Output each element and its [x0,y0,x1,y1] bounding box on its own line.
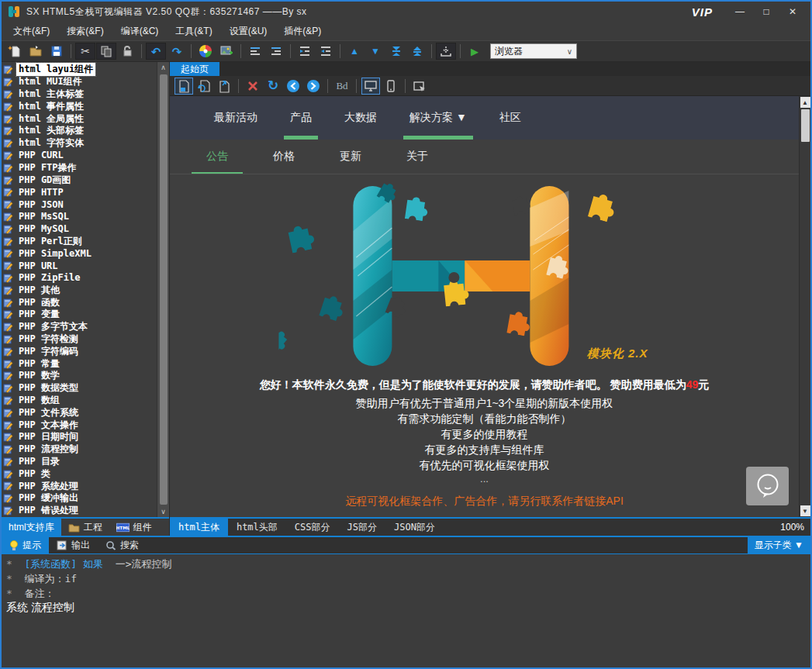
indent-icon[interactable] [295,43,315,60]
run-target-select[interactable]: 浏览器 ∨ [490,43,577,59]
sidebar-list-item[interactable]: PHP 字符编码 [3,345,157,357]
sidebar-list-item[interactable]: PHP MySQL [3,222,157,235]
cut-icon[interactable]: ✂ [75,43,95,60]
save-icon[interactable] [47,43,67,60]
page-reload-icon[interactable] [195,78,213,95]
sidebar-list-item[interactable]: PHP 错误处理 [3,505,157,517]
preview-scrollbar[interactable]: ▲ ▼ [799,96,810,517]
nav-latest-activity[interactable]: 最新活动 [198,96,274,140]
menu-file[interactable]: 文件(&F) [5,22,58,40]
subtab-about[interactable]: 关于 [384,140,451,174]
menu-search[interactable]: 搜索(&F) [58,22,112,40]
sidebar-scrollbar[interactable]: ∧ ∨ [157,62,169,517]
sidebar-list-item[interactable]: PHP MsSQL [3,211,157,223]
align-left-icon[interactable] [245,43,265,60]
tab-start-page[interactable]: 起始页 [170,62,219,76]
sidebar-list-item[interactable]: PHP GD画图 [3,174,157,186]
baidu-button[interactable]: Bd [333,78,351,95]
align-right-icon[interactable] [266,43,286,60]
move-up-icon[interactable]: ▲ [344,43,365,60]
page-export-icon[interactable] [215,78,233,95]
scroll-down-icon[interactable]: ∨ [161,506,166,517]
inspect-element-icon[interactable] [410,78,429,95]
sidebar-list-item[interactable]: PHP ZipFile [3,272,157,284]
scroll-up-icon[interactable]: ∧ [161,62,166,73]
tab-html-head[interactable]: html头部 [228,519,286,536]
show-subclass-button[interactable]: 显示子类 ▼ [748,537,810,553]
sidebar-list-item[interactable]: html 字符实体 [3,137,157,150]
tab-components[interactable]: HTML 组件 [109,519,159,536]
run-icon[interactable]: ▶ [465,43,485,60]
sidebar-list-item[interactable]: PHP JSON [3,198,157,211]
sidebar-list-item[interactable]: html 事件属性 [3,100,157,112]
minimize-button[interactable]: — [730,6,750,17]
sidebar-list-item[interactable]: PHP 日期时间 [3,431,157,443]
nav-community[interactable]: 社区 [483,96,537,140]
collapse-bottom-icon[interactable] [407,43,427,60]
maximize-button[interactable]: □ [756,6,776,17]
insert-image-icon[interactable] [216,43,237,60]
mobile-view-icon[interactable] [382,78,400,95]
sidebar-list-item[interactable]: PHP 常量 [3,357,157,370]
menu-compile[interactable]: 编译(&C) [112,22,168,40]
sidebar-list-item[interactable]: PHP 字符检测 [3,333,157,346]
tab-search[interactable]: 搜索 [98,537,147,553]
sidebar-list-item[interactable]: PHP 变量 [3,309,157,321]
subtab-updates[interactable]: 更新 [317,140,384,174]
nav-solutions[interactable]: 解决方案 ▼ [393,96,483,140]
sidebar-list-item[interactable]: PHP HTTP [3,186,157,198]
tab-html-support-lib[interactable]: html支持库 [2,519,61,536]
tab-js[interactable]: JS部分 [339,519,385,536]
sidebar-list-item[interactable]: PHP 数学 [3,370,157,382]
close-button[interactable]: ✕ [783,6,803,17]
new-file-icon[interactable] [5,43,25,60]
contact-line[interactable]: 远程可视化框架合作、广告合作，请另行联系作者链接API [170,493,799,509]
tab-html-body[interactable]: html主体 [170,519,228,536]
sidebar-list-item[interactable]: PHP 缓冲输出 [3,492,157,505]
menu-tools[interactable]: 工具(&T) [167,22,220,40]
desktop-view-icon[interactable] [361,78,380,95]
sidebar-list-item[interactable]: PHP SimpleXML [3,247,157,260]
undo-icon[interactable]: ↶ [146,43,166,60]
move-down-icon[interactable]: ▼ [365,43,385,60]
menu-plugins[interactable]: 插件(&P) [275,22,330,40]
color-picker-icon[interactable] [195,43,216,60]
nav-big-data[interactable]: 大数据 [328,96,393,140]
tab-css[interactable]: CSS部分 [286,519,339,536]
lock-icon[interactable] [117,43,137,60]
sidebar-list-item[interactable]: PHP 流程控制 [3,443,157,456]
stop-icon[interactable] [244,78,262,95]
sidebar-list-item[interactable]: html 全局属性 [3,112,157,125]
page-source-icon[interactable] [174,78,193,95]
scroll-up-icon[interactable]: ▲ [800,97,810,108]
scroll-down-icon[interactable]: ▼ [800,505,810,516]
refresh-icon[interactable]: ↻ [264,78,282,95]
redo-icon[interactable]: ↷ [167,43,187,60]
nav-product[interactable]: 产品 [274,96,328,140]
tab-hint[interactable]: 提示 [2,537,49,553]
deploy-icon[interactable] [436,43,456,60]
open-folder-icon[interactable] [26,43,46,60]
back-icon[interactable] [284,78,302,95]
collapse-top-icon[interactable] [386,43,406,60]
subtab-announcement[interactable]: 公告 [184,140,251,174]
sidebar-list-item[interactable]: PHP URL [3,260,157,272]
sidebar-list-item[interactable]: PHP 数组 [3,395,157,407]
copy-icon[interactable] [96,43,116,60]
tab-project[interactable]: 工程 [61,519,109,536]
vip-badge[interactable]: VIP [692,5,713,19]
qq-chat-button[interactable] [746,467,789,505]
sidebar-list-item[interactable]: html 主体标签 [3,88,157,101]
tab-json[interactable]: JSON部分 [385,519,444,536]
sidebar-list-item[interactable]: PHP 文本操作 [3,419,157,431]
sidebar-list-item[interactable]: PHP 目录 [3,456,157,468]
scrollbar-thumb[interactable] [160,74,168,505]
forward-icon[interactable] [304,78,323,95]
menu-settings[interactable]: 设置(&U) [221,22,276,40]
sidebar-list-item[interactable]: PHP Perl正则 [3,235,157,247]
sidebar-list-item[interactable]: PHP 函数 [3,296,157,309]
sidebar-list-item[interactable]: html 头部标签 [3,125,157,137]
sidebar-list-item[interactable]: html layui组件 [3,64,157,76]
sidebar-list-item[interactable]: PHP 多字节文本 [3,321,157,333]
sidebar-list-item[interactable]: PHP 系统处理 [3,480,157,492]
